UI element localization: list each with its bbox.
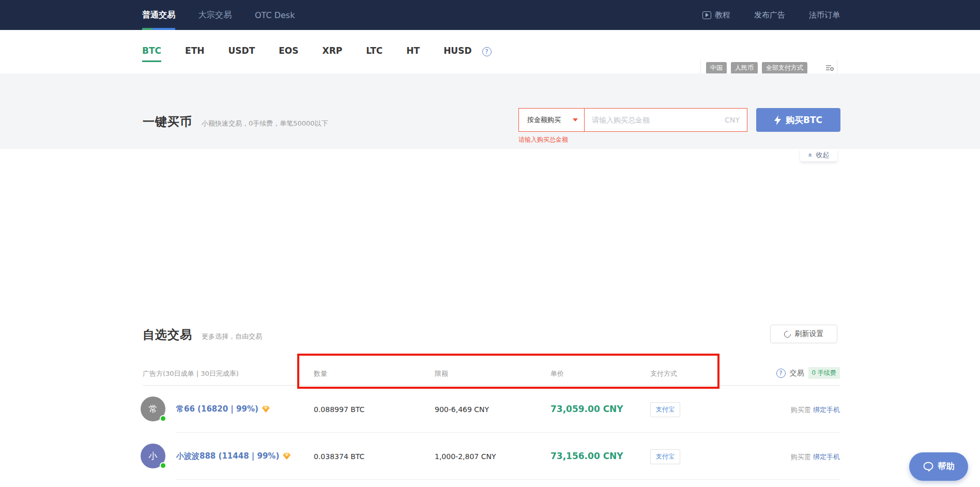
nav-link-fiat-orders[interactable]: 法币订单: [809, 10, 840, 20]
coin-tab-husd[interactable]: HUSD: [443, 41, 471, 62]
advertiser-name: 常66 (16820 | 99%): [176, 404, 258, 414]
trade-help-icon[interactable]: ?: [776, 369, 786, 378]
online-status-dot: [160, 462, 166, 469]
bind-phone-link[interactable]: 绑定手机: [813, 406, 840, 414]
price-cell: 73,156.00 CNY: [550, 451, 623, 461]
nav-link-label: 法币订单: [809, 10, 840, 20]
refresh-settings-label: 刷新设置: [795, 329, 824, 339]
quick-buy-title: 一键买币: [143, 114, 192, 130]
quick-buy-subtitle: 小额快速交易，0手续费，单笔50000以下: [202, 119, 328, 128]
amount-cell: 0.038374 BTC: [314, 452, 364, 461]
nav-link-group: 教程 发布广告 法币订单: [702, 0, 840, 30]
online-status-dot: [160, 415, 166, 422]
advertiser-name-link[interactable]: 小波波888 (11448 | 99%) V: [176, 451, 290, 461]
filter-settings-icon[interactable]: [825, 64, 834, 71]
nav-link-tutorial[interactable]: 教程: [702, 10, 730, 20]
coin-tab-btc[interactable]: BTC: [142, 41, 161, 62]
filter-tag-payment[interactable]: 全部支付方式: [762, 62, 807, 74]
payment-tag-alipay: 支付宝: [650, 449, 680, 464]
chat-bubble-icon: [923, 462, 933, 471]
nav-tab-label: 普通交易: [142, 10, 175, 21]
requirement-prefix: 购买需: [791, 406, 811, 414]
buy-mode-value: 按金额购买: [527, 115, 561, 125]
coin-tab-ht[interactable]: HT: [406, 41, 420, 62]
coin-tab-eos[interactable]: EOS: [279, 41, 298, 62]
lightning-icon: [774, 115, 781, 125]
amount-input[interactable]: [592, 116, 725, 124]
chevron-down-icon: [573, 118, 578, 121]
table-row: 海 海上五月花 (2968 | 99%) V 0.139892 BTC 500-…: [143, 480, 840, 487]
filter-tag-currency[interactable]: 人民币: [731, 62, 758, 74]
price-cell: 73,059.00 CNY: [550, 404, 623, 414]
header-limit: 限额: [435, 369, 448, 378]
table-header: 广告方(30日成单 | 30日完成率) 数量 限额 单价 支付方式 ? 交易 0…: [143, 363, 840, 386]
avatar-initial: 小: [149, 450, 158, 462]
nav-tab-label: 大宗交易: [198, 10, 232, 21]
advertiser-name: 小波波888 (11448 | 99%): [176, 451, 279, 461]
advertiser-name-link[interactable]: 常66 (16820 | 99%) V: [176, 404, 270, 414]
husd-help-icon[interactable]: ?: [482, 47, 492, 56]
avatar[interactable]: 小: [141, 444, 165, 468]
buy-mode-select[interactable]: 按金额购买: [518, 108, 585, 132]
market-subtitle: 更多选择，自由交易: [202, 332, 262, 341]
limit-cell: 1,000-2,807 CNY: [435, 452, 496, 461]
filter-tag-country[interactable]: 中国: [706, 62, 727, 74]
payment-tag-alipay: 支付宝: [650, 402, 680, 417]
vip-gem-icon: V: [262, 406, 270, 413]
coin-tab-usdt[interactable]: USDT: [228, 41, 255, 62]
amount-error-message: 请输入购买总金额: [518, 135, 568, 144]
header-payment: 支付方式: [650, 369, 677, 378]
currency-suffix: CNY: [725, 116, 740, 124]
nav-link-label: 发布广告: [754, 10, 785, 20]
nav-link-post-ad[interactable]: 发布广告: [754, 10, 785, 20]
header-advertiser: 广告方(30日成单 | 30日完成率): [143, 369, 239, 378]
collapse-button[interactable]: « 收起: [800, 149, 837, 161]
limit-cell: 900-6,469 CNY: [435, 405, 489, 414]
help-button-label: 帮助: [938, 461, 955, 472]
vip-gem-icon: V: [283, 453, 290, 460]
help-button[interactable]: 帮助: [909, 452, 968, 481]
quick-buy-button[interactable]: 购买BTC: [756, 108, 840, 132]
nav-tab-block-trade[interactable]: 大宗交易: [198, 0, 232, 30]
market-title: 自选交易: [143, 327, 192, 343]
collapse-label: 收起: [816, 150, 829, 160]
requirement-cell: 购买需 绑定手机: [791, 405, 840, 415]
header-price: 单价: [550, 369, 564, 378]
coin-tab-ltc[interactable]: LTC: [366, 41, 382, 62]
amount-input-wrap: CNY: [585, 108, 747, 132]
requirement-cell: 购买需 绑定手机: [791, 452, 840, 462]
ads-table: 广告方(30日成单 | 30日完成率) 数量 限额 单价 支付方式 ? 交易 0…: [143, 363, 840, 487]
coin-tab-xrp[interactable]: XRP: [323, 41, 343, 62]
header-trade: 交易: [790, 369, 804, 378]
refresh-icon: [783, 329, 792, 339]
top-navbar: 普通交易 大宗交易 OTC Desk 教程 发布广告 法币订单: [0, 0, 980, 30]
bind-phone-link[interactable]: 绑定手机: [813, 453, 840, 461]
zero-fee-badge: 0 手续费: [808, 367, 840, 379]
quick-buy-section: 一键买币 小额快速交易，0手续费，单笔50000以下 按金额购买 CNY 购买B…: [0, 73, 980, 149]
header-amount: 数量: [314, 369, 327, 378]
nav-tab-group: 普通交易 大宗交易 OTC Desk: [142, 0, 295, 30]
table-row: 小 小波波888 (11448 | 99%) V 0.038374 BTC 1,…: [143, 433, 840, 480]
coin-tab-eth[interactable]: ETH: [185, 41, 204, 62]
table-row: 常 常66 (16820 | 99%) V 0.088997 BTC 900-6…: [143, 386, 840, 433]
nav-tab-otc-desk[interactable]: OTC Desk: [255, 0, 295, 30]
coin-tab-strip: BTC ETH USDT EOS XRP LTC HT HUSD ? 中国 人民…: [0, 30, 980, 73]
avatar[interactable]: 常: [141, 397, 165, 421]
nav-tab-label: OTC Desk: [255, 10, 295, 20]
coin-tab-group: BTC ETH USDT EOS XRP LTC HT HUSD ?: [142, 30, 496, 73]
amount-cell: 0.088997 BTC: [314, 405, 364, 414]
quick-buy-form: 按金额购买 CNY 购买BTC: [518, 108, 840, 132]
quick-buy-button-label: 购买BTC: [786, 114, 822, 126]
refresh-settings-button[interactable]: 刷新设置: [770, 325, 837, 343]
avatar-initial: 常: [149, 403, 158, 415]
play-video-icon: [702, 11, 711, 19]
nav-tab-normal-trade[interactable]: 普通交易: [142, 0, 175, 30]
double-chevron-up-icon: «: [807, 153, 814, 158]
requirement-prefix: 购买需: [791, 453, 811, 461]
nav-link-label: 教程: [715, 10, 730, 20]
